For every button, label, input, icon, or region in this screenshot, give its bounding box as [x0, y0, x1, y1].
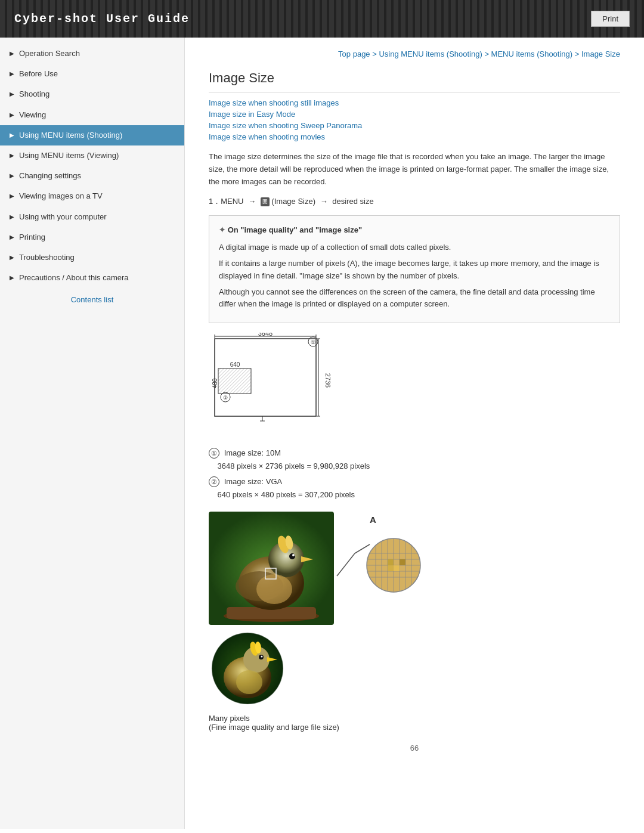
- link-1[interactable]: Image size in Easy Mode: [209, 110, 620, 119]
- svg-rect-1: [218, 368, 251, 394]
- arrow-icon: ▶: [10, 90, 14, 98]
- arrow-icon: ▶: [10, 172, 14, 180]
- tip-line-2: Although you cannot see the differences …: [219, 286, 610, 311]
- sidebar-item-2[interactable]: ▶Shooting: [0, 84, 184, 104]
- zoom-arrow-svg: [334, 512, 423, 625]
- sidebar-item-label: Precautions / About this camera: [19, 272, 129, 283]
- sidebar-item-label: Viewing images on a TV: [19, 191, 103, 202]
- small-bird-container: [209, 630, 620, 709]
- sidebar-item-5[interactable]: ▶Using MENU items (Viewing): [0, 145, 184, 166]
- svg-text:2736: 2736: [324, 373, 332, 388]
- svg-text:②: ②: [223, 395, 228, 401]
- sidebar-item-label: Operation Search: [19, 48, 80, 59]
- tip-line-0: A digital image is made up of a collecti…: [219, 241, 610, 254]
- page-layout: ▶Operation Search▶Before Use▶Shooting▶Vi…: [0, 38, 644, 829]
- svg-point-58: [261, 655, 263, 657]
- menu-icon: 囲: [261, 197, 270, 206]
- sidebar-item-9[interactable]: ▶Printing: [0, 227, 184, 247]
- sidebar-item-11[interactable]: ▶Precautions / About this camera: [0, 268, 184, 288]
- sidebar-item-6[interactable]: ▶Changing settings: [0, 166, 184, 186]
- links-section: Image size when shooting still imagesIma…: [209, 98, 620, 141]
- sidebar-item-label: Using with your computer: [19, 212, 107, 222]
- sidebar-item-3[interactable]: ▶Viewing: [0, 105, 184, 125]
- caption-line1: Many pixels: [209, 714, 620, 723]
- size-labels: ① Image size: 10M 3648 pixels × 2736 pix…: [209, 447, 620, 501]
- sidebar-item-4[interactable]: ▶Using MENU items (Shooting): [0, 125, 184, 145]
- sidebar-item-label: Shooting: [19, 89, 49, 100]
- description-text: The image size determines the size of th…: [209, 151, 620, 188]
- circle-1: ①: [209, 448, 219, 459]
- svg-rect-50: [400, 559, 405, 565]
- svg-line-33: [355, 544, 370, 553]
- arrow-icon: ▶: [10, 131, 14, 140]
- sidebar-item-7[interactable]: ▶Viewing images on a TV: [0, 186, 184, 206]
- diagram-svg: 3648 2736 ① 640 480 ②: [209, 333, 340, 437]
- arrow-icon: ▶: [10, 111, 14, 119]
- breadcrumb: Top page > Using MENU items (Shooting) >…: [209, 49, 620, 58]
- menu-instruction: 1．MENU → 囲 (Image Size) → desired size: [209, 196, 620, 207]
- arrow-icon: →: [248, 197, 256, 206]
- svg-rect-48: [388, 559, 394, 565]
- main-content: Top page > Using MENU items (Shooting) >…: [185, 38, 644, 829]
- diagram-container: 3648 2736 ① 640 480 ②: [209, 333, 620, 437]
- arrow-icon: ▶: [10, 49, 14, 58]
- svg-text:①: ①: [311, 339, 315, 345]
- tip-title: On "image quality" and "image size": [219, 224, 610, 237]
- link-3[interactable]: Image size when shooting movies: [209, 132, 620, 141]
- sidebar-item-8[interactable]: ▶Using with your computer: [0, 207, 184, 227]
- tip-box: On "image quality" and "image size" A di…: [209, 215, 620, 323]
- sidebar: ▶Operation Search▶Before Use▶Shooting▶Vi…: [0, 38, 185, 829]
- sidebar-item-label: Changing settings: [19, 171, 81, 181]
- arrow-icon: ▶: [10, 233, 14, 241]
- breadcrumb-text: Top page > Using MENU items (Shooting) >…: [338, 49, 620, 58]
- arrow-icon: ▶: [10, 192, 14, 200]
- svg-point-26: [292, 554, 295, 556]
- svg-rect-51: [388, 565, 394, 571]
- arrow-icon: ▶: [10, 70, 14, 78]
- caption: Many pixels (Fine image quality and larg…: [209, 714, 620, 732]
- zoom-illustration: A: [334, 512, 423, 625]
- svg-text:640: 640: [230, 361, 240, 368]
- size-label-2: ② Image size: VGA 640 pixels × 480 pixel…: [209, 475, 620, 501]
- svg-text:3648: 3648: [258, 333, 273, 337]
- bird-illustration: A: [209, 512, 620, 625]
- sidebar-item-label: Viewing: [19, 110, 46, 120]
- circle-2: ②: [209, 476, 219, 487]
- sidebar-item-label: Troubleshooting: [19, 252, 75, 263]
- svg-rect-49: [394, 565, 400, 571]
- tip-line-1: If it contains a large number of pixels …: [219, 258, 610, 283]
- sidebar-item-label: Printing: [19, 232, 45, 243]
- arrow-icon: ▶: [10, 151, 14, 160]
- sidebar-item-10[interactable]: ▶Troubleshooting: [0, 247, 184, 268]
- svg-point-25: [289, 553, 295, 559]
- arrow-icon-2: →: [320, 197, 328, 206]
- sidebar-item-label: Using MENU items (Viewing): [19, 150, 119, 161]
- arrow-icon: ▶: [10, 253, 14, 262]
- link-2[interactable]: Image size when shooting Sweep Panorama: [209, 121, 620, 130]
- sidebar-item-0[interactable]: ▶Operation Search: [0, 44, 184, 64]
- print-button[interactable]: Print: [591, 11, 630, 27]
- sidebar-item-1[interactable]: ▶Before Use: [0, 64, 184, 84]
- link-0[interactable]: Image size when shooting still images: [209, 98, 620, 107]
- page-number: 66: [209, 744, 620, 753]
- bird-main-image: [209, 512, 334, 625]
- arrow-icon: ▶: [10, 274, 14, 282]
- svg-line-32: [337, 553, 355, 576]
- svg-point-61: [236, 670, 262, 694]
- contents-list-link[interactable]: Contents list: [0, 288, 184, 311]
- sidebar-item-label: Using MENU items (Shooting): [19, 130, 122, 141]
- app-title: Cyber-shot User Guide: [14, 12, 190, 26]
- size-label-1: ① Image size: 10M 3648 pixels × 2736 pix…: [209, 447, 620, 473]
- page-title: Image Size: [209, 70, 620, 92]
- small-bird-image: [209, 630, 286, 707]
- svg-text:480: 480: [212, 378, 218, 388]
- header: Cyber-shot User Guide Print: [0, 0, 644, 38]
- caption-line2: (Fine image quality and large file size): [209, 723, 620, 732]
- arrow-icon: ▶: [10, 213, 14, 221]
- sidebar-item-label: Before Use: [19, 69, 58, 79]
